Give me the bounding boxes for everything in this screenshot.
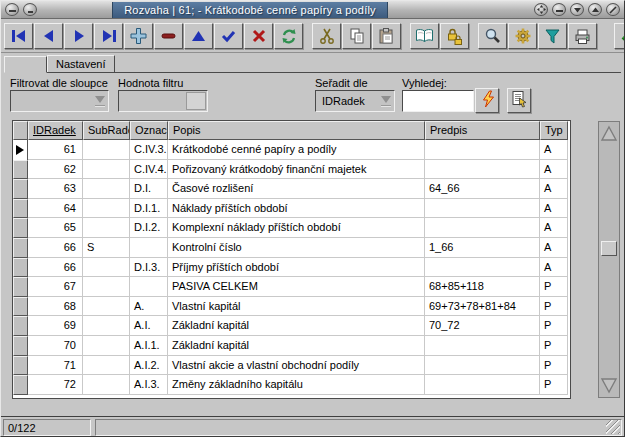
table-row[interactable]: 64D.I.1.Náklady příštích obdobíA [13,199,570,219]
grid-cell[interactable]: P [540,336,568,356]
grid-cell[interactable]: A [540,199,568,219]
table-row[interactable]: 63D.I.Časové rozlišení64_66A [13,179,570,199]
grid-cell[interactable] [425,218,540,238]
grid-cell[interactable]: Krátkodobé cenné papíry a podíly [168,140,425,160]
last-record-button[interactable] [94,23,123,49]
grid-cell[interactable]: Časové rozlišení [168,179,425,199]
grid-cell[interactable]: 64 [28,199,83,219]
spread-button[interactable] [534,3,548,16]
grid-cell[interactable]: 65 [28,218,83,238]
grid-cell[interactable]: Náklady příštích období [168,199,425,219]
grid-cell[interactable] [83,218,130,238]
grid-cell[interactable]: 70 [28,336,83,356]
grid-cell[interactable]: A [540,258,568,278]
grid-cell[interactable]: 68 [28,297,83,317]
grid-cell[interactable]: 1_66 [425,238,540,258]
scroll-track[interactable] [599,146,619,373]
lower-button[interactable] [570,3,584,16]
system-menu-button[interactable] [5,3,19,16]
grid-cell[interactable]: 72 [28,375,83,395]
grid-cell[interactable]: PASIVA CELKEM [168,277,425,297]
grid-cell[interactable]: A.I.3. [130,375,168,395]
data-grid[interactable]: IDRadekSubRadekOznacPopisPredpisTyp 61C.… [12,120,571,399]
grid-cell[interactable]: A. [130,297,168,317]
grid-cell[interactable]: P [540,277,568,297]
grid-cell[interactable]: 68+85+118 [425,277,540,297]
grid-cell[interactable]: 67 [28,277,83,297]
post-record-button[interactable] [214,23,243,49]
grid-cell[interactable]: 66 [28,258,83,278]
grid-cell[interactable]: A [540,238,568,258]
grid-cell[interactable] [83,375,130,395]
chevron-down-icon[interactable] [92,91,108,111]
permissions-button[interactable] [440,23,469,49]
grid-cell[interactable]: A.I.2. [130,356,168,376]
filter-value-subbutton[interactable] [186,92,206,110]
filter-column-combobox[interactable] [10,90,109,112]
iconify-button[interactable] [552,3,566,16]
insert-record-button[interactable] [124,23,153,49]
table-row[interactable]: 72A.I.3.Změny základního kapitáluP [13,375,570,395]
cancel-record-button[interactable] [244,23,273,49]
grid-cell[interactable]: A [540,160,568,180]
grid-cell[interactable]: A.I. [130,316,168,336]
copy-button[interactable] [342,23,371,49]
table-row[interactable]: 69A.I.Základní kapitál70_72P [13,316,570,336]
column-header-popis[interactable]: Popis [168,121,425,140]
scroll-up-icon[interactable] [599,122,619,146]
grid-cell[interactable] [83,160,130,180]
grid-cell[interactable]: A [540,218,568,238]
grid-cell[interactable] [425,258,540,278]
grid-cell[interactable]: 71 [28,356,83,376]
scroll-thumb[interactable] [601,241,617,256]
grid-cell[interactable]: P [540,356,568,376]
grid-cell[interactable]: A [540,140,568,160]
table-row[interactable]: 66SKontrolní číslo1_66A [13,238,570,258]
grid-cell[interactable]: P [540,297,568,317]
search-button[interactable] [478,23,507,49]
grid-cell[interactable]: D.I.2. [130,218,168,238]
book-button[interactable] [410,23,439,49]
column-header-typ[interactable]: Typ [540,121,568,140]
raise-button[interactable] [588,3,602,16]
grid-cell[interactable]: A.I.1. [130,336,168,356]
grid-cell[interactable]: S [83,238,130,258]
grid-cell[interactable]: C.IV.4. [130,160,168,180]
table-row[interactable]: 62C.IV.4.Pořizovaný krátkodobý finanční … [13,160,570,180]
grid-cell[interactable]: Kontrolní číslo [168,238,425,258]
grid-cell[interactable]: Vlastní akcie a vlastní obchodní podíly [168,356,425,376]
refresh-button[interactable] [274,23,303,49]
grid-cell[interactable]: 69 [28,316,83,336]
prior-record-button[interactable] [34,23,63,49]
vertical-scrollbar[interactable] [598,121,620,398]
column-header-predpis[interactable]: Predpis [425,121,540,140]
grid-cell[interactable] [83,199,130,219]
settings-button[interactable] [508,23,537,49]
grid-cell[interactable]: Základní kapitál [168,336,425,356]
grid-cell[interactable] [83,316,130,336]
first-record-button[interactable] [4,23,33,49]
scroll-down-icon[interactable] [599,373,619,397]
sort-combobox[interactable]: IDRadek [315,90,395,112]
sticky-button[interactable] [23,3,37,16]
grid-cell[interactable] [425,199,540,219]
grid-cell[interactable]: 70_72 [425,316,540,336]
paste-button[interactable] [372,23,401,49]
titlebar[interactable]: Rozvaha | 61; - Krátkodobé cenné papíry … [1,1,624,19]
grid-cell[interactable] [425,160,540,180]
table-row[interactable]: 61C.IV.3.Krátkodobé cenné papíry a podíl… [13,140,570,160]
grid-cell[interactable]: Pořizovaný krátkodobý finanční majetek [168,160,425,180]
grid-cell[interactable]: Komplexní náklady příštích období [168,218,425,238]
grid-cell[interactable]: Vlastní kapitál [168,297,425,317]
grid-cell[interactable] [83,297,130,317]
report-select-button[interactable] [507,88,531,113]
table-row[interactable]: 67PASIVA CELKEM68+85+118P [13,277,570,297]
filter-value-input[interactable] [118,90,208,112]
grid-cell[interactable]: Příjmy příštích období [168,258,425,278]
table-row[interactable]: 65D.I.2.Komplexní náklady příštích obdob… [13,218,570,238]
tab-main[interactable] [4,56,47,73]
column-header-oznac[interactable]: Oznac [130,121,168,140]
next-record-button[interactable] [64,23,93,49]
grid-cell[interactable]: D.I.1. [130,199,168,219]
column-header-idradek[interactable]: IDRadek [28,121,83,140]
